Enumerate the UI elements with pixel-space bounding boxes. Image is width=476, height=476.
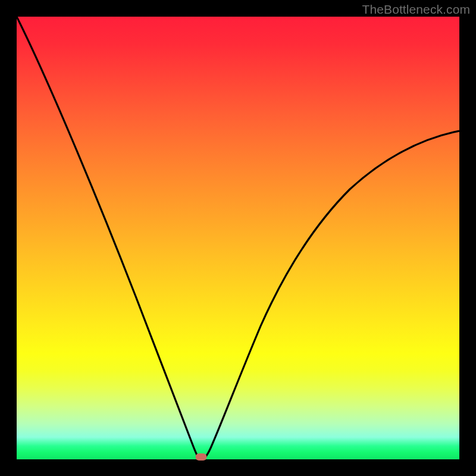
curve-path xyxy=(17,17,459,459)
watermark-text: TheBottleneck.com xyxy=(362,2,470,17)
bottleneck-curve xyxy=(17,17,459,459)
chart-frame: TheBottleneck.com xyxy=(0,0,476,476)
plot-area xyxy=(17,17,459,459)
bottleneck-marker xyxy=(196,453,207,461)
